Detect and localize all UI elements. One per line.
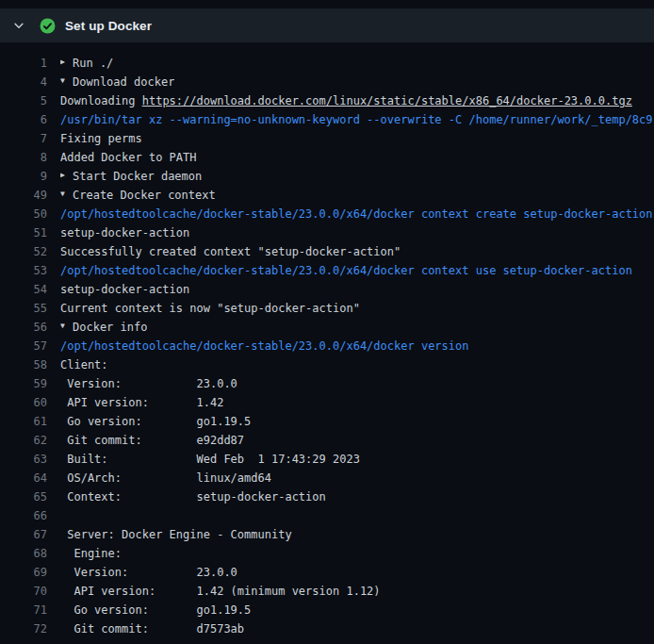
line-number[interactable]: 62 (0, 431, 60, 450)
log-text: API version: 1.42 (60, 393, 223, 412)
log-text: Fixing perms (60, 129, 142, 148)
log-line: 6/usr/bin/tar xz --warning=no-unknown-ke… (0, 110, 654, 129)
log-line: 57/opt/hostedtoolcache/docker-stable/23.… (0, 337, 654, 355)
log-group-toggle[interactable]: ▶Run ./ (60, 54, 113, 74)
group-collapsed-icon[interactable]: ▶ (60, 54, 73, 73)
log-line: 68 Engine: (0, 544, 654, 563)
log-line: 50/opt/hostedtoolcache/docker-stable/23.… (0, 205, 654, 223)
log-group-toggle[interactable]: ▼Docker info (60, 318, 147, 338)
line-number[interactable]: 72 (0, 619, 60, 638)
log-text: Context: setup-docker-action (60, 487, 326, 506)
log-text: /opt/hostedtoolcache/docker-stable/23.0.… (60, 205, 653, 223)
log-line: 1▶Run ./ (0, 54, 654, 73)
log-group-toggle[interactable]: ▶Start Docker daemon (60, 167, 202, 187)
line-number[interactable]: 64 (0, 469, 60, 487)
line-number[interactable]: 5 (0, 91, 60, 110)
log-line: 70 API version: 1.42 (minimum version 1.… (0, 582, 654, 601)
log-line: 49▼Create Docker context (0, 186, 654, 205)
log-text: Client: (60, 355, 108, 374)
log-line: 66 (0, 506, 654, 525)
log-line: 9▶Start Docker daemon (0, 167, 654, 186)
group-expanded-icon[interactable]: ▼ (60, 318, 73, 337)
log-group-toggle[interactable]: ▼Download docker (60, 73, 174, 92)
line-number[interactable]: 51 (0, 223, 60, 242)
line-number[interactable]: 61 (0, 412, 60, 431)
group-expanded-icon[interactable]: ▼ (60, 186, 73, 205)
log-line: 4▼Download docker (0, 73, 654, 91)
group-title: Start Docker daemon (73, 170, 202, 183)
line-number[interactable]: 8 (0, 148, 60, 167)
log-text: Server: Docker Engine - Community (60, 525, 292, 544)
log-line: 53/opt/hostedtoolcache/docker-stable/23.… (0, 261, 654, 280)
log-line: 61 Go version: go1.19.5 (0, 412, 654, 431)
chevron-down-icon[interactable] (11, 18, 26, 33)
line-number[interactable]: 71 (0, 601, 60, 619)
log-text: Git commit: d7573ab (60, 619, 244, 638)
line-number[interactable]: 50 (0, 205, 60, 223)
log-line: 72 Git commit: d7573ab (0, 619, 654, 638)
line-number[interactable]: 1 (0, 54, 60, 73)
line-number[interactable]: 67 (0, 525, 60, 544)
group-title: Create Docker context (73, 189, 216, 202)
log-text: setup-docker-action (60, 223, 189, 242)
log-line: 56▼Docker info (0, 318, 654, 337)
line-number[interactable]: 56 (0, 318, 60, 337)
line-number[interactable]: 57 (0, 337, 60, 355)
line-number[interactable]: 65 (0, 487, 60, 506)
line-number[interactable]: 70 (0, 582, 60, 601)
line-number[interactable]: 52 (0, 242, 60, 261)
line-number[interactable]: 55 (0, 299, 60, 318)
line-number[interactable]: 6 (0, 110, 60, 129)
log-line: 52Successfully created context "setup-do… (0, 242, 654, 261)
step-header-setup-docker[interactable]: Set up Docker (0, 8, 654, 42)
log-line: 69 Version: 23.0.0 (0, 563, 654, 582)
group-collapsed-icon[interactable]: ▶ (60, 167, 73, 186)
line-number[interactable]: 59 (0, 374, 60, 393)
log-text: /opt/hostedtoolcache/docker-stable/23.0.… (60, 337, 468, 355)
group-expanded-icon[interactable]: ▼ (60, 73, 73, 91)
log-text: Downloading https://download.docker.com/… (60, 91, 632, 110)
log-text: setup-docker-action (60, 280, 189, 299)
log-text: OS/Arch: linux/amd64 (60, 469, 271, 487)
log-line: 65 Context: setup-docker-action (0, 487, 654, 506)
line-number[interactable]: 49 (0, 186, 60, 205)
line-number[interactable]: 53 (0, 261, 60, 280)
log-url-link[interactable]: https://download.docker.com/linux/static… (142, 94, 632, 107)
log-text: Go version: go1.19.5 (60, 412, 251, 431)
log-text: API version: 1.42 (minimum version 1.12) (60, 582, 381, 601)
log-text: Go version: go1.19.5 (60, 601, 251, 619)
check-circle-icon (40, 18, 56, 34)
log-text: Version: 23.0.0 (60, 563, 237, 582)
log-line: 71 Go version: go1.19.5 (0, 601, 654, 619)
line-number[interactable]: 63 (0, 450, 60, 469)
group-title: Run ./ (73, 57, 113, 70)
log-text: Built: Wed Feb 1 17:43:29 2023 (60, 450, 360, 469)
log-text: /usr/bin/tar xz --warning=no-unknown-key… (60, 110, 653, 129)
log-text: Added Docker to PATH (60, 148, 197, 167)
line-number[interactable]: 9 (0, 167, 60, 186)
log-line: 62 Git commit: e92dd87 (0, 431, 654, 450)
log-text: Successfully created context "setup-dock… (60, 242, 401, 261)
log-line: 5Downloading https://download.docker.com… (0, 91, 654, 110)
log-line: 67 Server: Docker Engine - Community (0, 525, 654, 544)
log-output: 1▶Run ./4▼Download docker5Downloading ht… (0, 42, 654, 638)
log-line: 8Added Docker to PATH (0, 148, 654, 167)
line-number[interactable]: 54 (0, 280, 60, 299)
line-number[interactable]: 60 (0, 393, 60, 412)
log-group-toggle[interactable]: ▼Create Docker context (60, 186, 216, 206)
log-line: 7Fixing perms (0, 129, 654, 148)
line-number[interactable]: 7 (0, 129, 60, 148)
log-line: 58Client: (0, 355, 654, 374)
line-number[interactable]: 66 (0, 506, 60, 525)
log-line: 54setup-docker-action (0, 280, 654, 299)
line-number[interactable]: 68 (0, 544, 60, 563)
log-line: 64 OS/Arch: linux/amd64 (0, 469, 654, 487)
line-number[interactable]: 58 (0, 355, 60, 374)
log-line: 55Current context is now "setup-docker-a… (0, 299, 654, 318)
log-line: 51setup-docker-action (0, 223, 654, 242)
line-number[interactable]: 4 (0, 73, 60, 91)
log-text: Current context is now "setup-docker-act… (60, 299, 360, 318)
line-number[interactable]: 69 (0, 563, 60, 582)
group-title: Docker info (73, 321, 147, 334)
log-line: 60 API version: 1.42 (0, 393, 654, 412)
